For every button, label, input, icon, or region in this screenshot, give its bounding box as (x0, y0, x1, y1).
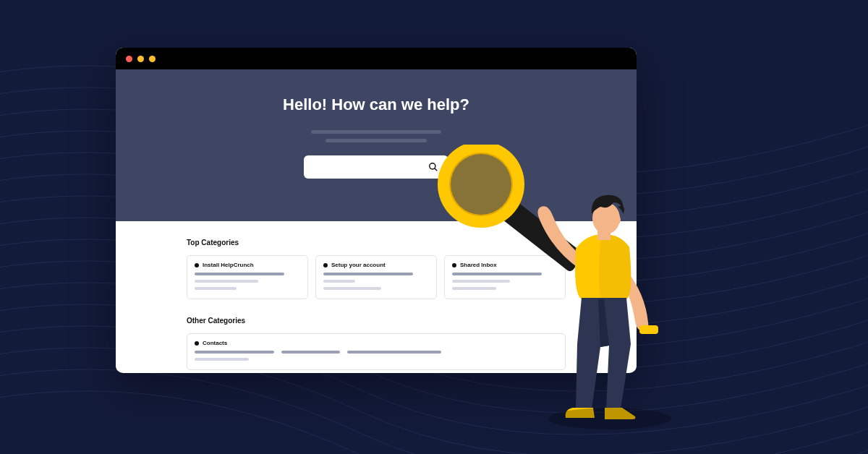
window-minimize-dot (137, 56, 144, 62)
card-title: Shared Inbox (460, 262, 497, 268)
knowledge-base-window: Hello! How can we help? Top Categories I… (116, 48, 637, 373)
hero-subtitle-placeholder (311, 130, 441, 142)
content-area: Top Categories Install HelpCrunch Setup … (116, 221, 637, 370)
hero-title: Hello! How can we help? (283, 95, 469, 114)
category-card[interactable]: Contacts (187, 333, 566, 370)
window-zoom-dot (149, 56, 156, 62)
top-categories-row: Install HelpCrunch Setup your account (187, 255, 566, 299)
category-card[interactable]: Install HelpCrunch (187, 255, 308, 299)
category-card[interactable]: Shared Inbox (444, 255, 566, 299)
hero-section: Hello! How can we help? (116, 69, 637, 221)
dot-icon (323, 263, 328, 267)
top-categories-heading: Top Categories (187, 239, 566, 247)
search-input[interactable] (304, 155, 448, 179)
svg-rect-9 (639, 325, 658, 334)
card-title: Contacts (203, 340, 227, 346)
dot-icon (452, 263, 456, 267)
card-title: Install HelpCrunch (203, 262, 254, 268)
search-icon (428, 162, 438, 172)
dot-icon (195, 263, 199, 267)
dot-icon (195, 341, 199, 346)
category-card[interactable]: Setup your account (315, 255, 437, 299)
other-categories-heading: Other Categories (187, 317, 566, 325)
svg-line-1 (435, 168, 438, 171)
window-titlebar (116, 48, 637, 69)
card-title: Setup your account (331, 262, 386, 268)
svg-point-0 (430, 163, 435, 169)
window-close-dot (126, 56, 132, 62)
